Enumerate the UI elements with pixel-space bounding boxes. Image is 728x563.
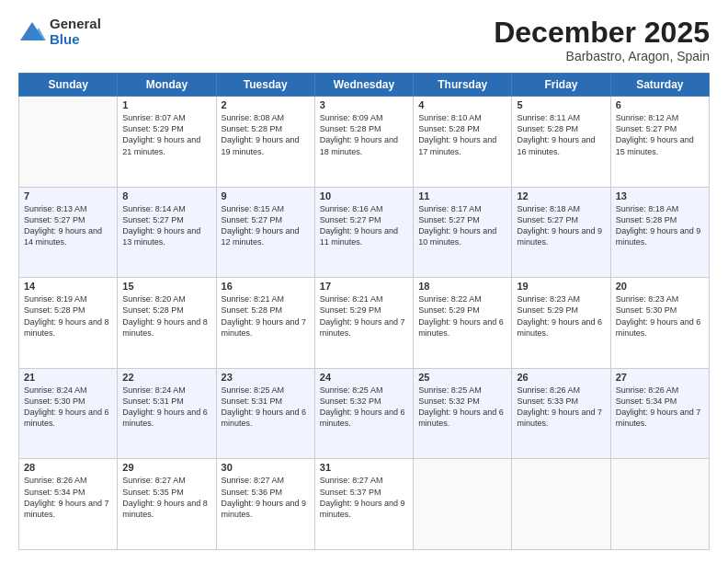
calendar-cell: 28Sunrise: 8:26 AMSunset: 5:34 PMDayligh… — [19, 459, 118, 550]
calendar-cell: 25Sunrise: 8:25 AMSunset: 5:32 PMDayligh… — [414, 368, 512, 459]
calendar-cell: 6Sunrise: 8:12 AMSunset: 5:27 PMDaylight… — [610, 97, 709, 188]
cell-info: Sunrise: 8:14 AMSunset: 5:27 PMDaylight:… — [122, 203, 210, 248]
cell-info: Sunrise: 8:24 AMSunset: 5:31 PMDaylight:… — [122, 385, 210, 430]
calendar-week-row: 21Sunrise: 8:24 AMSunset: 5:30 PMDayligh… — [19, 368, 710, 459]
day-number: 29 — [122, 462, 210, 473]
day-number: 30 — [222, 462, 310, 473]
calendar-cell — [19, 97, 118, 188]
logo-blue: Blue — [50, 32, 101, 48]
page: General Blue December 2025 Barbastro, Ar… — [0, 0, 728, 563]
calendar-header-row: SundayMondayTuesdayWednesdayThursdayFrid… — [19, 74, 710, 97]
day-number: 18 — [418, 281, 506, 292]
cell-info: Sunrise: 8:27 AMSunset: 5:35 PMDaylight:… — [122, 475, 210, 520]
day-number: 27 — [616, 372, 704, 383]
calendar-cell: 29Sunrise: 8:27 AMSunset: 5:35 PMDayligh… — [118, 459, 216, 550]
day-number: 7 — [24, 190, 112, 201]
cell-info: Sunrise: 8:16 AMSunset: 5:27 PMDaylight:… — [320, 203, 408, 248]
day-number: 2 — [222, 99, 310, 110]
calendar-cell: 17Sunrise: 8:21 AMSunset: 5:29 PMDayligh… — [314, 278, 413, 369]
day-header-friday: Friday — [512, 74, 610, 97]
calendar-cell: 10Sunrise: 8:16 AMSunset: 5:27 PMDayligh… — [314, 187, 413, 278]
cell-info: Sunrise: 8:12 AMSunset: 5:27 PMDaylight:… — [616, 112, 704, 157]
calendar-cell: 23Sunrise: 8:25 AMSunset: 5:31 PMDayligh… — [216, 368, 314, 459]
calendar-cell: 13Sunrise: 8:18 AMSunset: 5:28 PMDayligh… — [610, 187, 709, 278]
logo-general: General — [50, 17, 101, 32]
day-number: 21 — [24, 372, 112, 383]
cell-info: Sunrise: 8:20 AMSunset: 5:28 PMDaylight:… — [122, 293, 210, 339]
day-header-sunday: Sunday — [19, 74, 118, 97]
title-block: December 2025 Barbastro, Aragon, Spain — [494, 17, 710, 63]
calendar-cell: 31Sunrise: 8:27 AMSunset: 5:37 PMDayligh… — [314, 459, 413, 550]
cell-info: Sunrise: 8:18 AMSunset: 5:28 PMDaylight:… — [616, 203, 704, 248]
logo-icon — [18, 20, 46, 44]
calendar-cell: 9Sunrise: 8:15 AMSunset: 5:27 PMDaylight… — [216, 187, 314, 278]
calendar-week-row: 14Sunrise: 8:19 AMSunset: 5:28 PMDayligh… — [19, 278, 710, 369]
calendar-cell: 12Sunrise: 8:18 AMSunset: 5:27 PMDayligh… — [512, 187, 610, 278]
day-number: 15 — [122, 281, 210, 292]
calendar-cell: 19Sunrise: 8:23 AMSunset: 5:29 PMDayligh… — [512, 278, 610, 369]
cell-info: Sunrise: 8:07 AMSunset: 5:29 PMDaylight:… — [122, 112, 210, 157]
cell-info: Sunrise: 8:25 AMSunset: 5:32 PMDaylight:… — [320, 385, 408, 430]
calendar-cell: 18Sunrise: 8:22 AMSunset: 5:29 PMDayligh… — [414, 278, 512, 369]
cell-info: Sunrise: 8:19 AMSunset: 5:28 PMDaylight:… — [24, 293, 112, 339]
calendar-cell: 20Sunrise: 8:23 AMSunset: 5:30 PMDayligh… — [610, 278, 709, 369]
cell-info: Sunrise: 8:27 AMSunset: 5:37 PMDaylight:… — [320, 475, 408, 520]
day-number: 12 — [517, 190, 605, 201]
cell-info: Sunrise: 8:25 AMSunset: 5:31 PMDaylight:… — [222, 385, 310, 430]
calendar-cell: 3Sunrise: 8:09 AMSunset: 5:28 PMDaylight… — [314, 97, 413, 188]
cell-info: Sunrise: 8:17 AMSunset: 5:27 PMDaylight:… — [418, 203, 506, 248]
calendar-cell — [610, 459, 709, 550]
logo: General Blue — [18, 17, 101, 47]
month-title: December 2025 — [494, 17, 710, 49]
day-number: 23 — [222, 372, 310, 383]
day-number: 9 — [222, 190, 310, 201]
calendar-cell: 2Sunrise: 8:08 AMSunset: 5:28 PMDaylight… — [216, 97, 314, 188]
cell-info: Sunrise: 8:22 AMSunset: 5:29 PMDaylight:… — [418, 293, 506, 339]
day-header-thursday: Thursday — [414, 74, 512, 97]
day-number: 4 — [418, 99, 506, 110]
calendar-week-row: 1Sunrise: 8:07 AMSunset: 5:29 PMDaylight… — [19, 97, 710, 188]
calendar-cell: 15Sunrise: 8:20 AMSunset: 5:28 PMDayligh… — [118, 278, 216, 369]
cell-info: Sunrise: 8:08 AMSunset: 5:28 PMDaylight:… — [222, 112, 310, 157]
cell-info: Sunrise: 8:26 AMSunset: 5:33 PMDaylight:… — [517, 385, 605, 430]
day-number: 11 — [418, 190, 506, 201]
calendar-cell: 24Sunrise: 8:25 AMSunset: 5:32 PMDayligh… — [314, 368, 413, 459]
calendar-cell: 21Sunrise: 8:24 AMSunset: 5:30 PMDayligh… — [19, 368, 118, 459]
day-number: 8 — [122, 190, 210, 201]
cell-info: Sunrise: 8:26 AMSunset: 5:34 PMDaylight:… — [616, 385, 704, 430]
day-number: 1 — [122, 99, 210, 110]
calendar-week-row: 28Sunrise: 8:26 AMSunset: 5:34 PMDayligh… — [19, 459, 710, 550]
day-number: 14 — [24, 281, 112, 292]
cell-info: Sunrise: 8:23 AMSunset: 5:29 PMDaylight:… — [517, 293, 605, 339]
cell-info: Sunrise: 8:23 AMSunset: 5:30 PMDaylight:… — [616, 293, 704, 339]
cell-info: Sunrise: 8:24 AMSunset: 5:30 PMDaylight:… — [24, 385, 112, 430]
day-number: 10 — [320, 190, 408, 201]
day-number: 20 — [616, 281, 704, 292]
cell-info: Sunrise: 8:27 AMSunset: 5:36 PMDaylight:… — [222, 475, 310, 520]
cell-info: Sunrise: 8:18 AMSunset: 5:27 PMDaylight:… — [517, 203, 605, 248]
day-number: 3 — [320, 99, 408, 110]
day-number: 22 — [122, 372, 210, 383]
day-header-saturday: Saturday — [610, 74, 709, 97]
cell-info: Sunrise: 8:10 AMSunset: 5:28 PMDaylight:… — [418, 112, 506, 157]
day-number: 24 — [320, 372, 408, 383]
calendar-cell: 30Sunrise: 8:27 AMSunset: 5:36 PMDayligh… — [216, 459, 314, 550]
calendar-cell: 27Sunrise: 8:26 AMSunset: 5:34 PMDayligh… — [610, 368, 709, 459]
day-header-tuesday: Tuesday — [216, 74, 314, 97]
calendar-cell — [414, 459, 512, 550]
calendar-cell: 5Sunrise: 8:11 AMSunset: 5:28 PMDaylight… — [512, 97, 610, 188]
header: General Blue December 2025 Barbastro, Ar… — [18, 17, 710, 63]
cell-info: Sunrise: 8:21 AMSunset: 5:29 PMDaylight:… — [320, 293, 408, 339]
day-number: 17 — [320, 281, 408, 292]
day-number: 5 — [517, 99, 605, 110]
cell-info: Sunrise: 8:11 AMSunset: 5:28 PMDaylight:… — [517, 112, 605, 157]
calendar-cell: 7Sunrise: 8:13 AMSunset: 5:27 PMDaylight… — [19, 187, 118, 278]
day-number: 19 — [517, 281, 605, 292]
calendar-cell: 26Sunrise: 8:26 AMSunset: 5:33 PMDayligh… — [512, 368, 610, 459]
calendar-cell: 4Sunrise: 8:10 AMSunset: 5:28 PMDaylight… — [414, 97, 512, 188]
cell-info: Sunrise: 8:15 AMSunset: 5:27 PMDaylight:… — [222, 203, 310, 248]
calendar-cell: 8Sunrise: 8:14 AMSunset: 5:27 PMDaylight… — [118, 187, 216, 278]
day-number: 16 — [222, 281, 310, 292]
calendar-cell — [512, 459, 610, 550]
day-header-wednesday: Wednesday — [314, 74, 413, 97]
